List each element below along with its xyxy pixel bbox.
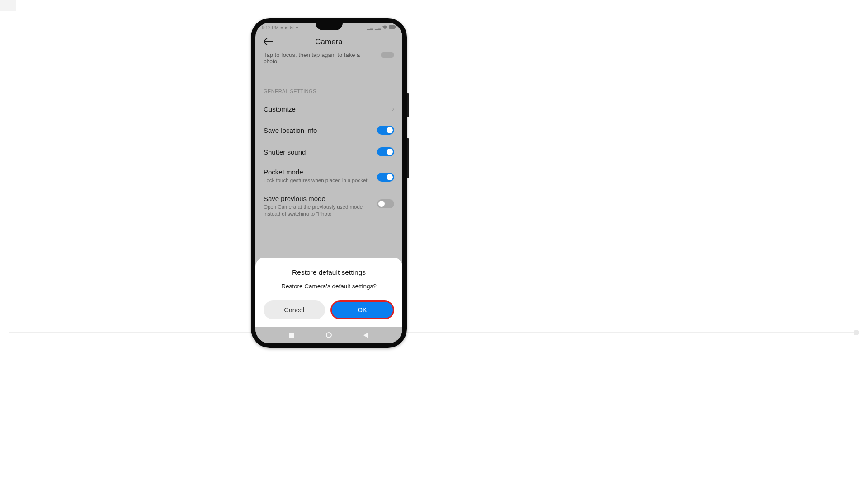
signal-icon: ▁▂ bbox=[367, 25, 373, 30]
phone-notch bbox=[316, 23, 343, 30]
page-title: Camera bbox=[264, 38, 394, 47]
customize-row[interactable]: Customize › bbox=[264, 99, 394, 119]
chevron-right-icon: › bbox=[392, 105, 394, 113]
location-label: Save location info bbox=[264, 127, 317, 134]
location-row[interactable]: Save location info bbox=[264, 119, 394, 141]
nav-recent-icon[interactable] bbox=[289, 332, 295, 338]
phone-side-button-2 bbox=[407, 138, 409, 178]
signal-icon-2: ▁▂ bbox=[375, 25, 381, 30]
svg-rect-1 bbox=[395, 26, 396, 28]
section-header: GENERAL SETTINGS bbox=[264, 89, 394, 94]
customize-label: Customize bbox=[264, 105, 296, 113]
status-record-icon: ■ bbox=[280, 25, 283, 30]
cancel-button[interactable]: Cancel bbox=[264, 300, 325, 319]
shutter-row[interactable]: Shutter sound bbox=[264, 141, 394, 163]
status-more-icon: ⋯ bbox=[296, 25, 300, 30]
status-yt-icon: ▶ bbox=[285, 25, 288, 30]
ok-button[interactable]: OK bbox=[330, 300, 395, 319]
previous-mode-row[interactable]: Save previous mode Open Camera at the pr… bbox=[264, 189, 394, 223]
nav-back-icon[interactable] bbox=[363, 332, 369, 338]
partial-setting-text2: photo. bbox=[264, 58, 360, 65]
previous-mode-label: Save previous mode bbox=[264, 195, 372, 202]
android-nav-bar bbox=[255, 327, 402, 343]
shutter-toggle[interactable] bbox=[377, 147, 394, 156]
partial-setting-item[interactable]: Tap to focus, then tap again to take a p… bbox=[264, 52, 394, 72]
previous-mode-toggle[interactable] bbox=[377, 199, 394, 208]
pocket-sub: Lock touch gestures when placed in a poc… bbox=[264, 177, 372, 184]
back-arrow-icon[interactable] bbox=[264, 37, 273, 47]
corner-box bbox=[0, 0, 16, 11]
page-header: Camera bbox=[255, 33, 402, 52]
battery-icon bbox=[389, 25, 396, 30]
svg-rect-0 bbox=[389, 25, 395, 29]
dialog-title: Restore default settings bbox=[264, 268, 394, 277]
previous-mode-sub: Open Camera at the previously used mode … bbox=[264, 204, 372, 217]
location-toggle[interactable] bbox=[377, 126, 394, 135]
pocket-row[interactable]: Pocket mode Lock touch gestures when pla… bbox=[264, 163, 394, 189]
phone-frame: 9:12 PM ■ ▶ ⋈ ⋯ ▁▂ ▁▂ Camera bbox=[251, 18, 407, 348]
phone-screen: 9:12 PM ■ ▶ ⋈ ⋯ ▁▂ ▁▂ Camera bbox=[255, 23, 402, 343]
restore-dialog: Restore default settings Restore Camera'… bbox=[255, 258, 402, 327]
dot-indicator bbox=[854, 330, 859, 335]
status-time: 9:12 PM bbox=[262, 25, 278, 30]
pocket-label: Pocket mode bbox=[264, 168, 372, 176]
partial-toggle-off[interactable] bbox=[381, 52, 394, 58]
wifi-icon bbox=[382, 25, 387, 30]
partial-setting-text: Tap to focus, then tap again to take a bbox=[264, 52, 360, 58]
status-app-icon: ⋈ bbox=[290, 25, 294, 30]
dialog-message: Restore Camera's default settings? bbox=[264, 283, 394, 290]
nav-home-icon[interactable] bbox=[326, 332, 332, 338]
phone-side-button-1 bbox=[407, 93, 409, 117]
shutter-label: Shutter sound bbox=[264, 148, 306, 156]
horizontal-divider bbox=[9, 332, 859, 333]
pocket-toggle[interactable] bbox=[377, 173, 394, 182]
